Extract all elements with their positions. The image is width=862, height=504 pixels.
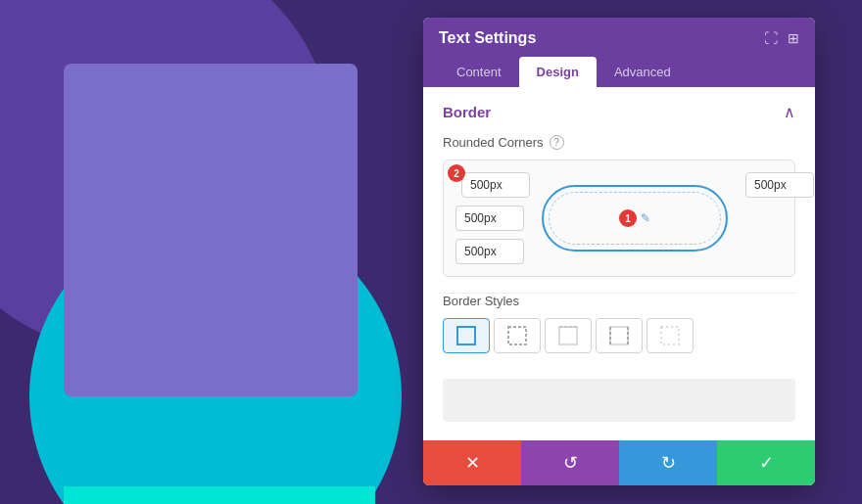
- border-style-solid[interactable]: [443, 318, 490, 353]
- corners-grid: 2 1 ✎: [455, 172, 783, 264]
- solid-icon: [455, 325, 477, 346]
- collapse-icon[interactable]: ∧: [784, 103, 795, 121]
- cancel-button[interactable]: ✕: [423, 440, 521, 485]
- panel-footer: ✕ ↺ ↻ ✓: [423, 440, 815, 485]
- border-styles-section: Border Styles: [423, 294, 815, 369]
- border-section: Border ∧ Rounded Corners ? 2: [423, 87, 815, 293]
- border-style-options: [443, 318, 795, 353]
- top-right-input[interactable]: [745, 172, 814, 198]
- badge-1-group: 1 ✎: [619, 209, 650, 227]
- no-border-icon: [659, 325, 681, 346]
- panel-body: Border ∧ Rounded Corners ? 2: [423, 87, 815, 440]
- border-style-none[interactable]: [646, 318, 694, 353]
- corners-widget: 2 1 ✎: [443, 160, 795, 277]
- rounded-corners-help[interactable]: ?: [550, 135, 564, 150]
- extra-section: [423, 369, 815, 432]
- color-swatch-area[interactable]: [443, 379, 795, 422]
- rounded-rect: 1 ✎: [542, 185, 728, 252]
- fullscreen-icon[interactable]: ⛶: [764, 30, 778, 46]
- border-style-dashed-top[interactable]: [545, 318, 592, 353]
- tab-design[interactable]: Design: [519, 57, 597, 87]
- bg-teal-trim: [64, 486, 375, 504]
- dashed-all-icon: [506, 325, 528, 346]
- bottom-left-input[interactable]: [455, 206, 524, 231]
- panel-header: Text Settings ⛶ ⊞ Content Design Advance…: [423, 18, 815, 87]
- tab-content[interactable]: Content: [439, 57, 519, 87]
- corner-preview: 1 ✎: [532, 175, 738, 261]
- border-style-dashed-all[interactable]: [494, 318, 541, 353]
- rounded-corners-row: Rounded Corners ?: [443, 135, 795, 150]
- top-left-wrapper: 2: [455, 172, 524, 198]
- redo-button[interactable]: ↻: [619, 440, 717, 485]
- panel-title: Text Settings: [439, 29, 536, 47]
- save-button[interactable]: ✓: [717, 440, 815, 485]
- panel-icon-group: ⛶ ⊞: [764, 30, 799, 46]
- edit-icon[interactable]: ✎: [641, 211, 650, 225]
- svg-rect-1: [508, 327, 526, 344]
- top-left-input[interactable]: [461, 172, 530, 198]
- border-style-dashed-sides[interactable]: [596, 318, 643, 353]
- dashed-sides-icon: [608, 325, 630, 346]
- tab-bar: Content Design Advanced: [439, 57, 799, 87]
- bottom-right-input[interactable]: [455, 239, 524, 264]
- svg-rect-3: [559, 327, 577, 344]
- svg-rect-0: [457, 327, 475, 344]
- badge-1: 1: [619, 209, 637, 227]
- text-settings-panel: Text Settings ⛶ ⊞ Content Design Advance…: [423, 18, 815, 485]
- svg-rect-7: [661, 327, 679, 344]
- dashed-top-icon: [557, 325, 579, 346]
- rounded-corners-label: Rounded Corners: [443, 135, 544, 150]
- badge-2: 2: [448, 164, 465, 182]
- border-styles-label: Border Styles: [443, 294, 795, 308]
- tab-advanced[interactable]: Advanced: [597, 57, 689, 87]
- border-section-title: Border: [443, 104, 491, 120]
- svg-rect-4: [610, 327, 628, 344]
- reset-button[interactable]: ↺: [521, 440, 619, 485]
- bg-rect-blue: [64, 64, 358, 396]
- columns-icon[interactable]: ⊞: [788, 30, 799, 46]
